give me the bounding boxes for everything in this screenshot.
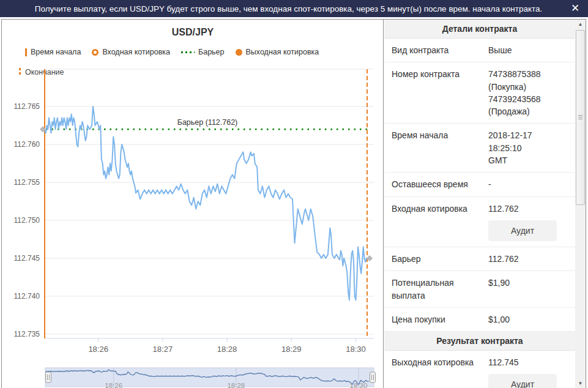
svg-text:18:28: 18:28 [227, 382, 245, 388]
detail-row: Барьер112.762 [384, 247, 575, 271]
close-icon[interactable]: ✕ [562, 0, 588, 17]
navigator-handle[interactable] [370, 372, 376, 382]
detail-row: Время начала2018-12-17 18:25:10GMT [384, 124, 575, 173]
detail-row: Цена покупки$1,00 [384, 308, 575, 332]
navigator-handle[interactable] [46, 372, 51, 382]
detail-row: Оставшееся время- [384, 173, 575, 196]
svg-text:18:26: 18:26 [105, 382, 122, 388]
svg-text:Барьер (112.762): Барьер (112.762) [177, 118, 238, 127]
scrollbar-up-arrow[interactable]: ▲ [575, 20, 586, 29]
detail-value: Выше [482, 44, 567, 56]
detail-value: 112.745Аудит [482, 356, 567, 388]
svg-text:18:28: 18:28 [217, 345, 237, 354]
scrollbar-down-arrow[interactable]: ▼ [575, 379, 586, 388]
detail-value: $1,00 [482, 313, 567, 326]
svg-text:112.740: 112.740 [14, 292, 40, 300]
detail-label: Выходная котировка [392, 356, 482, 368]
svg-text:112.735: 112.735 [14, 330, 40, 338]
popup-header: Получите выплату, если USD/JPY будет стр… [0, 0, 588, 17]
contract-details-popup: Получите выплату, если USD/JPY будет стр… [0, 0, 588, 388]
svg-text:112.760: 112.760 [14, 140, 40, 149]
svg-text:18:30: 18:30 [350, 382, 368, 388]
detail-label: Время начала [392, 129, 482, 141]
detail-row: Входная котировка112.762Аудит [384, 197, 575, 247]
detail-label: Потенциальная выплата [392, 277, 482, 302]
detail-value: 2018-12-17 18:25:10GMT [482, 129, 567, 166]
svg-text:18:30: 18:30 [346, 345, 366, 354]
detail-label: Вид контракта [392, 44, 482, 56]
audit-button[interactable]: Аудит [488, 374, 557, 388]
scrollbar-grip [578, 115, 582, 120]
detail-row: Номер контракта74738875388(Покупка)74739… [384, 62, 575, 124]
detail-value: $1,90 [482, 277, 567, 289]
detail-label: Оставшееся время [392, 178, 482, 190]
detail-value: - [482, 178, 567, 190]
svg-text:112.750: 112.750 [14, 216, 40, 225]
svg-text:18:26: 18:26 [88, 345, 108, 354]
detail-value: 112.762Аудит [482, 203, 567, 241]
detail-label: Входная котировка [392, 203, 482, 215]
section-title: Детали контракта [384, 20, 575, 39]
detail-row: Выходная котировка112.745Аудит [384, 351, 575, 388]
svg-text:18:29: 18:29 [281, 345, 302, 354]
detail-label: Номер контракта [392, 68, 482, 80]
contract-details-panel: Детали контрактаВид контрактаВышеНомер к… [384, 20, 576, 388]
svg-text:112.745: 112.745 [14, 254, 40, 263]
svg-text:112.765: 112.765 [14, 102, 40, 111]
price-chart[interactable]: 112.765112.760112.755112.750112.745112.7… [2, 20, 384, 388]
detail-value: 74738875388(Покупка)74739243568(Продажа) [482, 68, 567, 118]
detail-label: Барьер [392, 253, 482, 265]
detail-row: Вид контрактаВыше [384, 39, 575, 62]
svg-text:112.755: 112.755 [14, 178, 40, 187]
chart-card: USD/JPY Время началаВходная котировкаБар… [2, 20, 384, 388]
section-title: Результат контракта [384, 332, 575, 351]
scrollbar-thumb[interactable] [576, 30, 585, 205]
detail-label: Цена покупки [392, 313, 482, 326]
popup-body: USD/JPY Время началаВходная котировкаБар… [1, 19, 586, 388]
panel-scrollbar[interactable]: ▲ ▼ [575, 20, 586, 388]
detail-row: Потенциальная выплата$1,90 [384, 271, 575, 308]
detail-value: 112.762 [482, 253, 567, 265]
audit-button[interactable]: Аудит [488, 220, 557, 241]
svg-text:18:27: 18:27 [153, 345, 173, 354]
contract-description: Получите выплату, если USD/JPY будет стр… [0, 4, 562, 13]
